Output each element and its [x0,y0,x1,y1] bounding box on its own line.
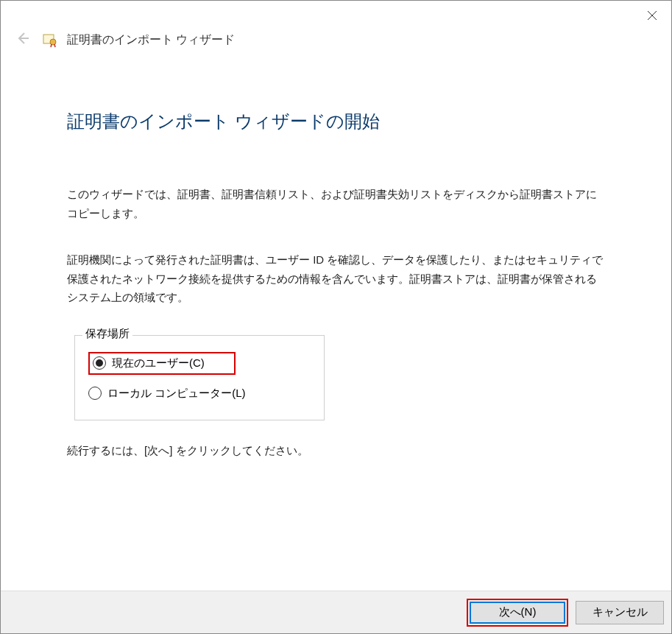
wizard-title: 証明書のインポート ウィザード [67,32,235,48]
store-location-fieldset: 保存場所 現在のユーザー(C) ローカル コンピューター(L) [74,335,325,420]
radio-icon [88,387,102,400]
radio-current-user[interactable]: 現在のユーザー(C) [85,346,314,381]
close-button[interactable] [642,5,662,26]
highlight-box: 現在のユーザー(C) [88,352,236,375]
wizard-header: 証明書のインポート ウィザード [1,30,671,58]
store-location-legend: 保存場所 [82,327,132,341]
title-bar [1,1,671,30]
close-icon [647,10,657,21]
intro-paragraph-2: 証明機関によって発行された証明書は、ユーザー ID を確認し、データを保護したり… [67,250,605,307]
page-heading: 証明書のインポート ウィザードの開始 [67,110,605,133]
next-button[interactable]: 次へ(N) [470,602,565,624]
radio-local-computer[interactable]: ローカル コンピューター(L) [85,381,314,406]
cancel-button[interactable]: キャンセル [576,601,664,624]
svg-point-4 [50,39,56,45]
certificate-icon [42,32,58,48]
wizard-footer: 次へ(N) キャンセル [1,591,671,633]
continue-instruction: 続行するには、[次へ] をクリックしてください。 [67,441,605,460]
highlight-box: 次へ(N) [467,599,568,627]
radio-label: 現在のユーザー(C) [112,356,205,370]
wizard-content: 証明書のインポート ウィザードの開始 このウィザードでは、証明書、証明書信頼リス… [1,58,671,459]
radio-label: ローカル コンピューター(L) [107,387,246,401]
radio-icon [93,356,106,370]
back-arrow-icon [11,30,33,50]
intro-paragraph-1: このウィザードでは、証明書、証明書信頼リスト、および証明書失効リストをディスクか… [67,185,605,222]
